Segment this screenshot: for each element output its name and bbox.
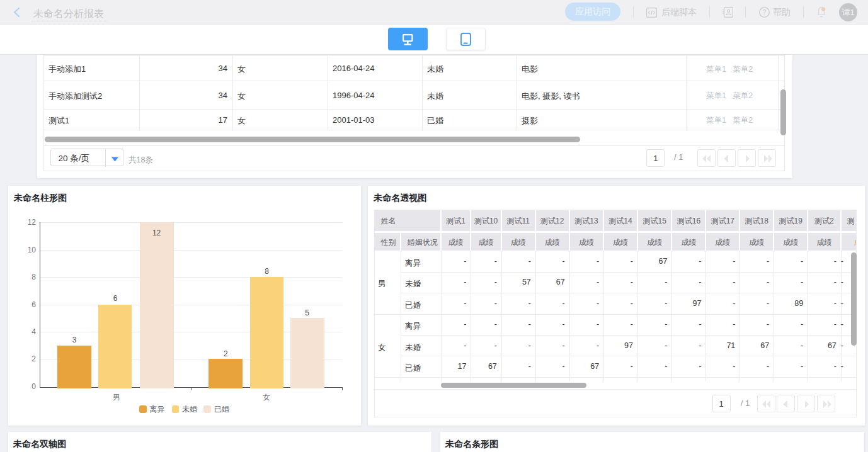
svg-text:?: ? [763, 9, 767, 16]
